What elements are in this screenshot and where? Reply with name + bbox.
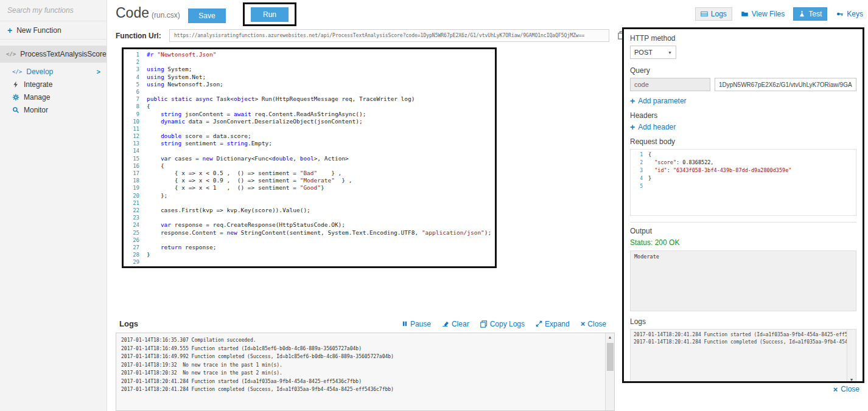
request-body-line: 5 [631,182,856,190]
line-number: 4 [631,174,643,182]
add-parameter-link[interactable]: + Add parameter [630,97,856,105]
line-number: 22 [124,207,139,214]
panel-logs-label: Logs [630,317,856,326]
output-label: Output [630,227,856,235]
pause-logs-button[interactable]: Pause [402,320,431,328]
line-number: 24 [124,221,139,229]
line-number: 8 [124,103,139,110]
test-button[interactable]: Test [793,7,827,21]
scroll-up-icon[interactable]: ▲ [606,333,614,342]
develop-label: Develop [26,67,53,76]
sidebar-item-manage[interactable]: Manage [0,91,107,103]
log-line: 2017-01-14T18:19:32 No new trace in the … [121,361,602,370]
copy-logs-label: Copy Logs [490,320,525,328]
http-method-label: HTTP method [630,34,856,43]
close-logs-label: Close [587,320,606,328]
code-line: 26 [124,237,495,244]
keys-link[interactable]: Keys [836,10,863,18]
line-number: 4 [124,74,139,81]
view-files-label: View Files [752,10,785,18]
develop-code-icon: </> [12,69,22,75]
code-text: } [147,251,150,258]
save-button[interactable]: Save [188,9,226,23]
line-number: 25 [124,229,139,237]
code-text: return response; [147,244,216,251]
status-badge: Status: 200 OK [630,238,856,247]
new-function-button[interactable]: + New Function [0,21,107,40]
code-line: 28 } [124,251,495,258]
expand-label: Expand [545,320,570,328]
run-button[interactable]: Run [251,7,289,22]
line-number: 11 [124,125,139,133]
http-method-select[interactable]: POST ▼ [630,46,676,59]
manage-label: Manage [24,93,50,102]
request-body-line: 4 } [631,174,856,182]
code-line: 9 string jsonContent = await req.Content… [124,111,495,118]
code-line: 25 response.Content = new StringContent(… [124,229,495,237]
sidebar-function-item[interactable]: </> ProcessTextAnalysisScore [0,46,107,63]
page-title: Code(run.csx) [116,5,180,21]
add-header-link[interactable]: + Add header [630,123,856,131]
code-editor[interactable]: 1 #r "Newtonsoft.Json" 2 3 using System; [124,49,495,266]
copy-logs-button[interactable]: Copy Logs [480,320,525,328]
log-line: 2017-01-14T18:20:32 No new trace in the … [121,369,602,378]
query-parameter-row [630,78,856,91]
add-parameter-label: Add parameter [638,97,686,105]
scrollbar-thumb[interactable] [607,343,614,371]
scroll-down-icon[interactable]: ▼ [847,376,856,383]
pause-icon [402,320,408,327]
request-body-text: "score": 0.8368522, [648,159,714,167]
output-section: Output Status: 200 OK Moderate [630,222,856,311]
sidebar-item-integrate[interactable]: Integrate [0,78,107,91]
sidebar-item-monitor[interactable]: Monitor [0,103,107,116]
param-value-input[interactable] [715,78,856,91]
line-number: 17 [124,170,139,177]
logs-toggle-button[interactable]: Logs [695,7,732,21]
logs-toggle-label: Logs [711,10,727,18]
line-number: 1 [124,51,139,58]
test-label: Test [808,10,822,18]
code-line: 13 string sentiment = string.Empty; [124,140,495,147]
param-name-input[interactable] [630,78,710,91]
function-url-input[interactable] [169,29,609,42]
add-header-label: Add header [638,123,676,131]
http-method-value: POST [634,49,653,56]
eraser-icon [442,320,449,327]
line-number: 15 [124,155,139,162]
code-text: { x => x < 0.9 , () => sentiment = "Mode… [147,177,352,184]
code-text [147,88,150,95]
code-text: using System.Net; [147,74,206,81]
code-text: var response = req.CreateResponse(HttpSt… [147,221,345,229]
code-line: 27 return response; [124,244,495,251]
sidebar-item-develop[interactable]: </> Develop > [0,65,107,78]
log-line: 2017-01-14T18:16:49.555 Function started… [121,345,602,353]
request-body-text [648,182,651,190]
log-line: 2017-01-14T18:20:41.284 Function started… [121,378,602,386]
code-text: #r "Newtonsoft.Json" [147,51,216,58]
code-text: }; [147,192,167,199]
expand-logs-button[interactable]: Expand [536,320,570,328]
pause-label: Pause [410,320,431,328]
panel-log-line: 2017-01-14T18:20:41.284 Function complet… [634,339,845,346]
close-test-panel-button[interactable]: × Close [833,385,859,393]
line-number: 18 [124,177,139,184]
line-number: 14 [124,147,139,154]
line-number: 13 [124,140,139,147]
line-number: 28 [124,251,139,258]
monitor-label: Monitor [24,106,48,114]
search-input[interactable] [0,0,107,21]
logs-vertical-scrollbar[interactable]: ▲ [605,333,614,410]
code-line: 7 public static async Task<object> Run(H… [124,95,495,103]
function-code-icon: </> [6,51,16,57]
code-text: double score = data.score; [147,133,251,140]
code-text: { x => x < 1 , () => sentiment = "Good"} [147,184,324,192]
code-text [147,258,150,266]
view-files-link[interactable]: View Files [741,10,785,18]
request-body-editor[interactable]: 1 { 2 "score": 0.8368522, 3 "id": "6343f… [630,149,856,216]
function-nav: </> Develop > Integrate Manage Monitor [0,65,107,116]
close-logs-button[interactable]: × Close [581,320,606,328]
clear-logs-button[interactable]: Clear [442,320,469,328]
line-number: 20 [124,192,139,199]
function-url-label: Function Url: [116,32,161,40]
panel-logs-vertical-scrollbar[interactable]: ▼ [847,330,856,383]
